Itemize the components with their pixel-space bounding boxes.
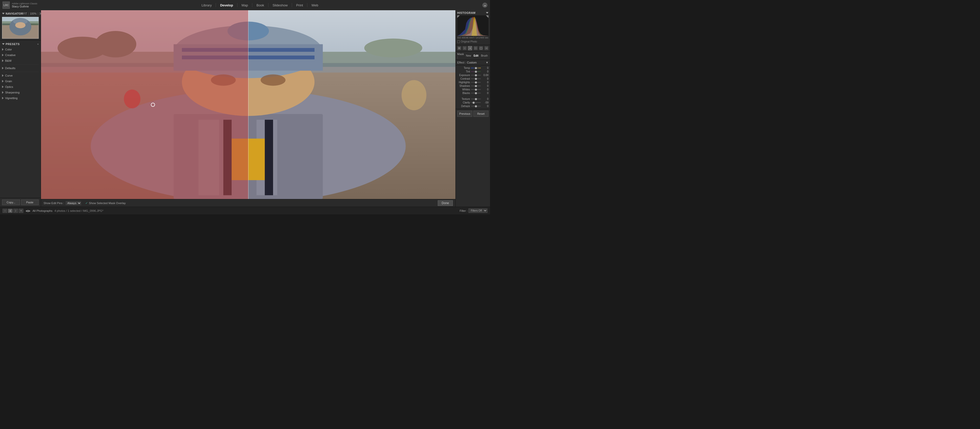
fit-zoom-button[interactable]: FIT — [23, 12, 27, 15]
preset-group-defaults-header[interactable]: Defaults — [0, 66, 41, 70]
show-edit-pins-dropdown[interactable]: Always — [65, 201, 81, 205]
shadows-thumb[interactable] — [475, 85, 477, 87]
shadows-track[interactable] — [471, 86, 481, 86]
loupe-view-icon[interactable]: ◻ — [3, 209, 7, 213]
navigator-title-row: Navigator — [2, 12, 23, 15]
preset-group-color-arrow — [2, 48, 3, 51]
texture-thumb[interactable] — [475, 98, 477, 100]
texture-track[interactable] — [471, 99, 481, 99]
next-photo-arrow[interactable]: ▶ — [28, 209, 30, 213]
slider-tool-icon[interactable]: ⊸ — [484, 46, 488, 50]
add-preset-button[interactable]: + — [37, 43, 39, 46]
cloud-sync-icon[interactable]: ☁ — [482, 3, 487, 8]
temp-thumb[interactable] — [475, 67, 477, 69]
preset-group-optics-header[interactable]: Optics — [0, 84, 41, 89]
preset-group-vignetting-header[interactable]: Vignetting — [0, 96, 41, 100]
whites-label: Whites — [457, 88, 470, 91]
blacks-track[interactable] — [471, 93, 481, 94]
reset-button[interactable]: Reset — [473, 111, 488, 117]
effect-value[interactable]: Custom — [467, 61, 477, 64]
highlights-track[interactable] — [471, 82, 481, 83]
photo-view[interactable] — [41, 10, 455, 199]
exposure-slider-row: Exposure 0.00 — [457, 74, 488, 76]
histogram-menu-icon[interactable] — [486, 12, 488, 14]
prev-photo-arrow[interactable]: ◀ — [25, 209, 28, 213]
right-panel: Histogram — [455, 10, 490, 207]
compare-view-button[interactable]: 2 — [13, 209, 18, 213]
navigator-thumbnail[interactable] — [2, 17, 39, 39]
tint-thumb[interactable] — [475, 71, 477, 73]
center-area: Show Edit Pins : Always ✓ Show Selected … — [41, 10, 455, 207]
grid-view-button[interactable]: ⊞ — [19, 209, 23, 213]
clarity-track[interactable] — [471, 102, 481, 103]
grid-tool-icon[interactable]: ⊞ — [457, 46, 461, 50]
dot-tool-icon[interactable]: ● — [468, 46, 472, 50]
histogram-graph — [457, 15, 488, 36]
preset-separator — [2, 64, 39, 65]
zoom-100-button[interactable]: 100% — [30, 12, 37, 15]
done-button[interactable]: Done — [438, 200, 453, 206]
iso-value: ISO 400 — [457, 37, 466, 39]
collection-name[interactable]: All Photographs — [33, 209, 52, 212]
presets-section: Presets + Color Creative B&W — [0, 40, 41, 198]
paste-button[interactable]: Paste — [21, 200, 39, 205]
nav-web[interactable]: Web — [307, 2, 323, 9]
mask-edit-button[interactable]: Edit — [473, 54, 479, 57]
highlights-thumb[interactable] — [475, 81, 477, 84]
exposure-thumb[interactable] — [475, 74, 477, 76]
prev-reset-row: Previous Reset — [456, 109, 490, 118]
preset-group-color-header[interactable]: Color — [0, 47, 41, 52]
copy-button[interactable]: Copy... — [2, 200, 20, 205]
contrast-thumb[interactable] — [475, 78, 477, 80]
single-view-button[interactable]: 1 — [8, 209, 13, 213]
mask-brush-button[interactable]: Brush — [480, 54, 488, 57]
svg-rect-19 — [265, 119, 273, 195]
navigator-collapse-icon[interactable] — [2, 13, 5, 14]
whites-track[interactable] — [471, 89, 481, 90]
app-title: Adobe Lightroom Classic Stacy Guthrie — [12, 2, 37, 8]
preset-group-optics: Optics — [0, 84, 41, 90]
filter-dropdown[interactable]: Filters Off — [468, 208, 487, 213]
dehaze-track[interactable] — [471, 106, 481, 106]
whites-thumb[interactable] — [475, 89, 477, 91]
exposure-track[interactable] — [471, 75, 481, 76]
nav-book[interactable]: Book — [252, 2, 268, 9]
nav-map[interactable]: Map — [237, 2, 252, 9]
preset-group-sharpening-header[interactable]: Sharpening — [0, 90, 41, 95]
contrast-track[interactable] — [471, 78, 481, 79]
nav-slideshow[interactable]: Slideshow — [269, 2, 292, 9]
preset-group-bw-header[interactable]: B&W — [0, 59, 41, 63]
nav-print[interactable]: Print — [292, 2, 307, 9]
preset-group-curve-arrow — [2, 74, 3, 77]
dehaze-thumb[interactable] — [475, 105, 477, 107]
previous-button[interactable]: Previous — [457, 111, 473, 117]
panel-actions: Copy... Paste — [0, 198, 41, 207]
zoom-separator: | — [28, 12, 29, 15]
app-logo: LRC — [3, 2, 10, 9]
original-photo-checkbox[interactable] — [457, 40, 460, 43]
nav-develop[interactable]: Develop — [216, 2, 237, 9]
edit-pin[interactable] — [151, 103, 155, 107]
dehaze-value: 0 — [482, 105, 488, 108]
effect-dropdown-arrow[interactable]: ▼ — [486, 61, 488, 64]
circle-tool-icon[interactable]: ○ — [463, 46, 467, 50]
preset-group-curve-header[interactable]: Curve — [0, 73, 41, 78]
target-tool-icon[interactable]: ◯ — [479, 46, 483, 50]
nav-library[interactable]: Library — [197, 2, 216, 9]
mask-new-button[interactable]: New — [465, 54, 472, 57]
blacks-thumb[interactable] — [475, 92, 477, 94]
tint-track[interactable] — [471, 71, 481, 72]
svg-point-28 — [402, 80, 426, 110]
preset-group-grain-header[interactable]: Grain — [0, 79, 41, 84]
preset-group-vignetting-arrow — [2, 97, 3, 99]
presets-collapse-icon[interactable] — [2, 43, 5, 45]
rect-tool-icon[interactable]: □ — [474, 46, 478, 50]
clarity-thumb[interactable] — [473, 102, 475, 104]
temp-track[interactable] — [471, 68, 481, 68]
zoom-separator2: | — [37, 12, 38, 15]
shutter-speed: 1/400 sec — [479, 37, 488, 39]
tint-label: Tint — [457, 70, 470, 73]
preset-group-creative-header[interactable]: Creative — [0, 53, 41, 57]
tint-slider-row: Tint 0 — [457, 70, 488, 73]
whites-value: 0 — [482, 88, 488, 91]
